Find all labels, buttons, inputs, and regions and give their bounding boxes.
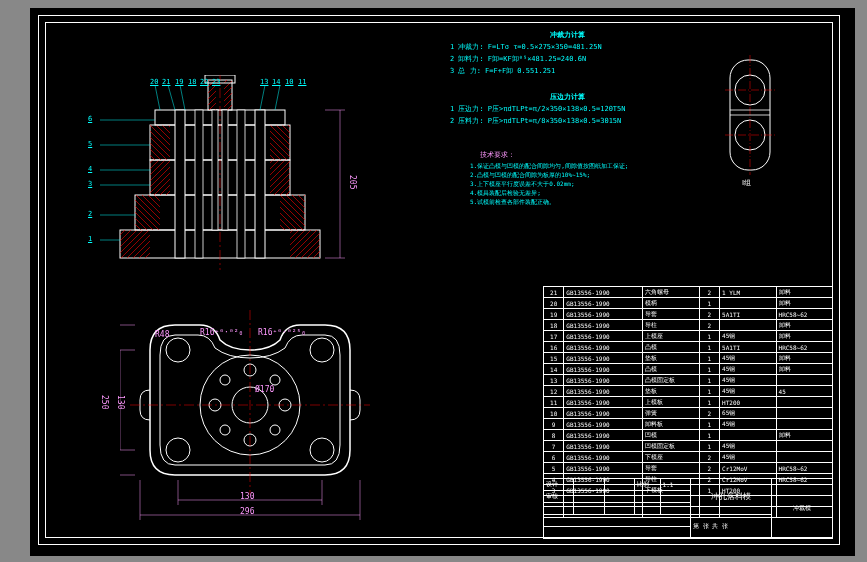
dim-250: 250 bbox=[100, 395, 109, 409]
table-row: 11GB13556-1990上模板1HT200 bbox=[544, 397, 833, 408]
svg-rect-10 bbox=[150, 125, 170, 160]
table-row: 21GB13556-1990六角螺母21 YLM卸料 bbox=[544, 287, 833, 298]
dim-d170: Ø170 bbox=[255, 385, 274, 394]
table-row: 14GB13556-1990凸模145钢卸料 bbox=[544, 364, 833, 375]
svg-rect-4 bbox=[135, 195, 160, 230]
svg-point-49 bbox=[270, 375, 280, 385]
svg-point-48 bbox=[220, 375, 230, 385]
table-row: 18GB13556-1990导柱2卸料 bbox=[544, 320, 833, 331]
svg-point-41 bbox=[310, 438, 334, 462]
calc1-l1: 1 冲裁力: F=LTσ τ=0.5×275×350=481.25N bbox=[450, 42, 602, 52]
leader-t9: 10 bbox=[285, 78, 293, 86]
svg-line-36 bbox=[260, 85, 265, 110]
detail-label: Ⅰ组 bbox=[742, 178, 751, 188]
dim-130v: 130 bbox=[116, 395, 125, 409]
svg-point-50 bbox=[220, 425, 230, 435]
table-row: 5GB13556-1990导套2Cr12MoVHRC58~62 bbox=[544, 463, 833, 474]
svg-point-38 bbox=[166, 338, 190, 362]
svg-rect-17 bbox=[175, 110, 185, 258]
calc-title-1: 冲裁力计算 bbox=[550, 30, 585, 40]
dim-296: 296 bbox=[240, 507, 254, 516]
calc-title-2: 压边力计算 bbox=[550, 92, 585, 102]
svg-rect-2 bbox=[290, 230, 320, 258]
svg-rect-1 bbox=[120, 230, 150, 258]
dim-r16a: R16⁺⁰·⁰²₀ bbox=[200, 328, 243, 337]
dim-r16b: R16⁺⁰·⁰²⁵₀ bbox=[258, 328, 306, 337]
calc1-l3: 3 总 力: F=F+F卸 0.551.251 bbox=[450, 66, 555, 76]
svg-rect-22 bbox=[222, 110, 228, 230]
table-row: 10GB13556-1990弹簧265钢 bbox=[544, 408, 833, 419]
leader-t6: 23 bbox=[212, 78, 220, 86]
svg-point-39 bbox=[310, 338, 334, 362]
leader-t8: 14 bbox=[272, 78, 280, 86]
calc2-l2: 2 压料力: P压>πdTLPt=π/8×350×138×0.5=3015N bbox=[450, 116, 621, 126]
leader-3: 3 bbox=[88, 180, 92, 188]
tech-l4: 4.模具装配后检验无差异; bbox=[470, 189, 541, 198]
svg-rect-19 bbox=[195, 110, 203, 258]
table-row: 16GB13556-1990凸模15A1TIHRC58~62 bbox=[544, 342, 833, 353]
table-row: 8GB13556-1990凹模1卸料 bbox=[544, 430, 833, 441]
svg-rect-7 bbox=[150, 160, 170, 195]
svg-rect-21 bbox=[212, 110, 218, 230]
dim-205: 205 bbox=[348, 175, 357, 189]
leader-4: 4 bbox=[88, 165, 92, 173]
tech-l2: 2.凸模与凹模的配合间隙为板厚的10%~15%; bbox=[470, 171, 590, 180]
table-row: 15GB13556-1990垫板145钢卸料 bbox=[544, 353, 833, 364]
svg-rect-5 bbox=[280, 195, 305, 230]
table-row: 7GB13556-1990凹模固定板145钢 bbox=[544, 441, 833, 452]
calc2-l1: 1 压边力: P压>πdTLPt=π/2×350×138×0.5=120T5N bbox=[450, 104, 626, 114]
title-block: 设计 比例1:1 冲孔落料模 冲裁模 审核 第 张 共 张 bbox=[543, 478, 833, 538]
section-view bbox=[100, 75, 360, 275]
calc1-l2: 2 卸料力: F卸=KF卸⁰⁵×481.25=240.6N bbox=[450, 54, 586, 64]
dim-130h: 130 bbox=[240, 492, 254, 501]
leader-t4: 18 bbox=[188, 78, 196, 86]
svg-rect-8 bbox=[270, 160, 290, 195]
table-row: 9GB13556-1990卸料板145钢 bbox=[544, 419, 833, 430]
svg-point-51 bbox=[270, 425, 280, 435]
tech-title: 技术要求： bbox=[480, 150, 515, 160]
tech-l1: 1.保证凸模与凹模的配合间隙均匀,间隙值按图纸加工保证; bbox=[470, 162, 628, 171]
leader-6: 6 bbox=[88, 115, 92, 123]
svg-line-37 bbox=[275, 85, 280, 110]
table-row: 6GB13556-1990下模座245钢 bbox=[544, 452, 833, 463]
leader-t3: 19 bbox=[175, 78, 183, 86]
table-row: 12GB13556-1990垫板145钢45 bbox=[544, 386, 833, 397]
leader-1: 1 bbox=[88, 235, 92, 243]
tech-l5: 5.试模前检查各部件装配正确。 bbox=[470, 198, 555, 207]
leader-t2: 21 bbox=[162, 78, 170, 86]
svg-line-33 bbox=[155, 85, 160, 110]
leader-t7: 13 bbox=[260, 78, 268, 86]
svg-rect-18 bbox=[255, 110, 265, 258]
svg-rect-15 bbox=[224, 80, 232, 110]
leader-t5: 22 bbox=[200, 78, 208, 86]
svg-line-34 bbox=[168, 85, 175, 110]
leader-5: 5 bbox=[88, 140, 92, 148]
table-row: 17GB13556-1990上模座145钢卸料 bbox=[544, 331, 833, 342]
table-row: 19GB13556-1990导套25A1TIHRC58~62 bbox=[544, 309, 833, 320]
tech-l3: 3.上下模座平行度误差不大于0.02mm; bbox=[470, 180, 575, 189]
svg-line-35 bbox=[180, 85, 185, 110]
dim-r48: R48 bbox=[155, 330, 169, 339]
table-row: 20GB13556-1990模柄1卸料 bbox=[544, 298, 833, 309]
svg-point-40 bbox=[166, 438, 190, 462]
table-row: 13GB13556-1990凸模固定板145钢 bbox=[544, 375, 833, 386]
svg-rect-11 bbox=[270, 125, 290, 160]
svg-rect-20 bbox=[237, 110, 245, 258]
leader-t1: 20 bbox=[150, 78, 158, 86]
detail-view bbox=[720, 55, 780, 175]
leader-2: 2 bbox=[88, 210, 92, 218]
leader-t10: 11 bbox=[298, 78, 306, 86]
